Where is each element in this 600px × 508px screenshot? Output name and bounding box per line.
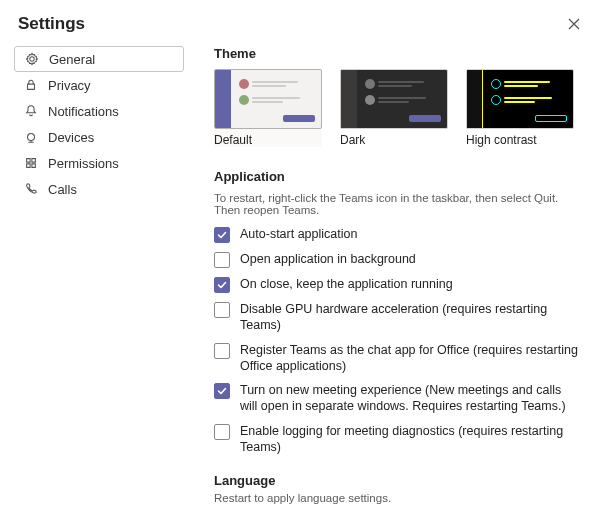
- phone-icon: [24, 182, 38, 196]
- bell-icon: [24, 104, 38, 118]
- theme-label-default: Default: [214, 133, 322, 147]
- main-content: Theme Default Dark: [184, 46, 600, 508]
- checkbox-icon[interactable]: [214, 302, 230, 318]
- checkbox-option-1[interactable]: Open application in background: [214, 251, 580, 268]
- sidebar-item-label: Privacy: [48, 78, 91, 93]
- theme-label-high-contrast: High contrast: [466, 133, 574, 147]
- sidebar-item-label: General: [49, 52, 95, 67]
- sidebar-item-label: Notifications: [48, 104, 119, 119]
- checkbox-option-6[interactable]: Enable logging for meeting diagnostics (…: [214, 423, 580, 456]
- checkbox-label: Turn on new meeting experience (New meet…: [240, 382, 580, 415]
- checkbox-icon[interactable]: [214, 227, 230, 243]
- sidebar-item-calls[interactable]: Calls: [14, 176, 184, 202]
- checkbox-option-2[interactable]: On close, keep the application running: [214, 276, 580, 293]
- checkbox-option-4[interactable]: Register Teams as the chat app for Offic…: [214, 342, 580, 375]
- sidebar: General Privacy Notifications Devices Pe: [14, 46, 184, 508]
- sidebar-item-permissions[interactable]: Permissions: [14, 150, 184, 176]
- theme-label-dark: Dark: [340, 133, 448, 147]
- sidebar-item-label: Permissions: [48, 156, 119, 171]
- checkbox-label: On close, keep the application running: [240, 276, 453, 292]
- application-heading: Application: [214, 169, 580, 184]
- theme-preview-default: [214, 69, 322, 129]
- checkbox-label: Open application in background: [240, 251, 416, 267]
- checkbox-icon[interactable]: [214, 252, 230, 268]
- sidebar-item-label: Calls: [48, 182, 77, 197]
- checkbox-option-0[interactable]: Auto-start application: [214, 226, 580, 243]
- sidebar-item-devices[interactable]: Devices: [14, 124, 184, 150]
- theme-options: Default Dark High contrast: [214, 69, 580, 147]
- theme-heading: Theme: [214, 46, 580, 61]
- close-icon[interactable]: [566, 16, 582, 32]
- checkbox-label: Auto-start application: [240, 226, 357, 242]
- sidebar-item-label: Devices: [48, 130, 94, 145]
- checkbox-icon[interactable]: [214, 383, 230, 399]
- checkbox-option-3[interactable]: Disable GPU hardware acceleration (requi…: [214, 301, 580, 334]
- checkbox-label: Register Teams as the chat app for Offic…: [240, 342, 580, 375]
- application-hint: To restart, right-click the Teams icon i…: [214, 192, 580, 216]
- page-title: Settings: [18, 14, 85, 34]
- theme-option-dark[interactable]: Dark: [340, 69, 448, 147]
- language-heading: Language: [214, 473, 580, 488]
- theme-preview-high-contrast: [466, 69, 574, 129]
- language-hint: Restart to apply language settings.: [214, 492, 580, 504]
- theme-option-high-contrast[interactable]: High contrast: [466, 69, 574, 147]
- checkbox-label: Enable logging for meeting diagnostics (…: [240, 423, 580, 456]
- sidebar-item-notifications[interactable]: Notifications: [14, 98, 184, 124]
- checkbox-option-5[interactable]: Turn on new meeting experience (New meet…: [214, 382, 580, 415]
- checkbox-icon[interactable]: [214, 424, 230, 440]
- application-options: Auto-start applicationOpen application i…: [214, 226, 580, 455]
- sidebar-item-general[interactable]: General: [14, 46, 184, 72]
- permissions-icon: [24, 156, 38, 170]
- gear-icon: [25, 52, 39, 66]
- checkbox-icon[interactable]: [214, 343, 230, 359]
- lock-icon: [24, 78, 38, 92]
- checkbox-icon[interactable]: [214, 277, 230, 293]
- sidebar-item-privacy[interactable]: Privacy: [14, 72, 184, 98]
- checkbox-label: Disable GPU hardware acceleration (requi…: [240, 301, 580, 334]
- device-icon: [24, 130, 38, 144]
- theme-option-default[interactable]: Default: [214, 69, 322, 147]
- theme-preview-dark: [340, 69, 448, 129]
